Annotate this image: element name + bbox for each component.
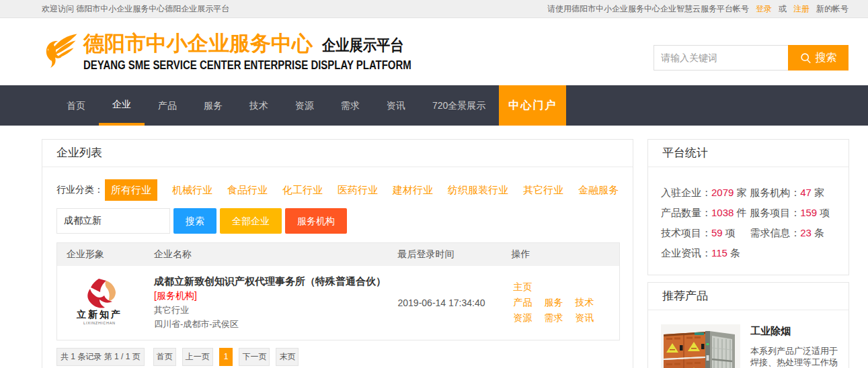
nav-item-technology[interactable]: 技术 xyxy=(236,85,282,126)
op-services-link[interactable]: 服务 xyxy=(545,295,563,310)
header: 德阳市中小企业服务中心 企业展示平台 DEYANG SME SERVICE CE… xyxy=(0,18,868,85)
header-search: 搜索 xyxy=(654,45,849,71)
table-header: 企业形象 企业名称 最后登录时间 操作 xyxy=(57,243,619,266)
company-logo-image: 立新知产 LIXINZHICHAN xyxy=(75,278,137,328)
company-search-row: 搜索 全部企业 服务机构 xyxy=(56,208,619,234)
col-header-name: 企业名称 xyxy=(145,248,389,261)
new-account-text: 新的帐号 xyxy=(816,3,849,15)
nav-item-products[interactable]: 产品 xyxy=(145,85,190,126)
site-title-english: DEYANG SME SERVICE CENTER ENTERPRISE DIS… xyxy=(83,58,411,73)
col-header-last-login: 最后登录时间 xyxy=(389,248,502,261)
stat-tech-projects-count: 59 xyxy=(711,227,723,238)
nav-item-720-panorama[interactable]: 720全景展示 xyxy=(419,85,499,126)
filter-building-materials[interactable]: 建材行业 xyxy=(393,184,433,197)
company-table: 企业形象 企业名称 最后登录时间 操作 xyxy=(56,242,620,340)
last-login-time: 2019-06-14 17:34:40 xyxy=(398,297,485,308)
site-logo: 德阳市中小企业服务中心 企业展示平台 DEYANG SME SERVICE CE… xyxy=(42,30,467,73)
op-homepage-link[interactable]: 主页 xyxy=(514,279,532,295)
account-hint: 请使用德阳市中小企业服务中心企业智慧云服务平台帐号 xyxy=(547,3,749,15)
enterprise-list-panel: 企业列表 行业分类： 所有行业 机械行业 食品行业 化工行业 医药行业 建材行业… xyxy=(42,139,633,368)
operation-links: 主页 产品 服务 技术 资源 需求 资讯 xyxy=(514,279,594,326)
main-nav: 首页 企业 产品 服务 技术 资源 需求 资讯 720全景展示 中心门户 xyxy=(0,85,868,126)
nav-item-news[interactable]: 资讯 xyxy=(373,85,419,126)
sidebar: 平台统计 入驻企业：2079 家 服务机构：47 家 产品数量：1038 件 服… xyxy=(647,139,849,368)
stat-products-count: 1038 xyxy=(711,207,734,218)
stat-companies-count: 2079 xyxy=(711,187,734,198)
topbar: 欢迎访问 德阳市中小企业服务中心德阳企业展示平台 请使用德阳市中小企业服务中心企… xyxy=(0,0,868,18)
company-region: 四川省-成都市-武侯区 xyxy=(154,317,389,331)
nav-item-services[interactable]: 服务 xyxy=(190,85,236,126)
col-header-logo: 企业形象 xyxy=(57,248,145,261)
nav-item-center-portal[interactable]: 中心门户 xyxy=(499,85,566,126)
search-button[interactable]: 搜索 xyxy=(173,208,216,234)
table-row: 立新知产 LIXINZHICHAN 成都立新致创知识产权代理事务所（特殊普通合伙… xyxy=(57,266,619,340)
stat-service-projects-count: 159 xyxy=(800,207,817,218)
pagination: 共 1 条记录 第 1 / 1 页 首页 上一页 1 下一页 末页 xyxy=(56,348,619,366)
op-news-link[interactable]: 资讯 xyxy=(576,310,594,326)
filter-medicine[interactable]: 医药行业 xyxy=(338,184,378,197)
platform-stats-title: 平台统计 xyxy=(648,140,849,167)
stats-row: 入驻企业：2079 家 服务机构：47 家 xyxy=(661,183,836,203)
col-header-operations: 操作 xyxy=(502,248,619,261)
product-image[interactable] xyxy=(661,324,740,368)
nav-item-enterprise[interactable]: 企业 xyxy=(99,85,145,126)
op-demands-link[interactable]: 需求 xyxy=(545,310,563,326)
company-search-input[interactable] xyxy=(56,208,170,234)
stat-demands-count: 23 xyxy=(800,227,812,238)
filter-other[interactable]: 其它行业 xyxy=(523,184,563,197)
op-technology-link[interactable]: 技术 xyxy=(576,295,594,310)
filter-machinery[interactable]: 机械行业 xyxy=(172,184,212,197)
welcome-text: 欢迎访问 德阳市中小企业服务中心德阳企业展示平台 xyxy=(42,3,229,15)
pagination-page-1[interactable]: 1 xyxy=(219,348,233,366)
pagination-summary: 共 1 条记录 第 1 / 1 页 xyxy=(56,348,145,366)
pagination-first[interactable]: 首页 xyxy=(153,348,176,366)
stats-row: 技术项目：59 项 需求信息：23 条 xyxy=(661,223,836,243)
stats-row: 企业资讯：115 条 xyxy=(661,243,836,263)
nav-item-resources[interactable]: 资源 xyxy=(282,85,327,126)
stats-row: 产品数量：1038 件 服务项目：159 项 xyxy=(661,203,836,223)
company-industry: 其它行业 xyxy=(154,303,389,317)
filter-all-industries[interactable]: 所有行业 xyxy=(105,179,157,201)
op-resources-link[interactable]: 资源 xyxy=(514,310,532,326)
phoenix-logo-icon xyxy=(44,34,77,68)
nav-item-home[interactable]: 首页 xyxy=(53,85,99,126)
stat-service-orgs-count: 47 xyxy=(800,187,812,198)
product-name[interactable]: 工业除烟 xyxy=(750,325,838,336)
company-tag: [服务机构] xyxy=(154,289,389,303)
platform-stats-panel: 平台统计 入驻企业：2079 家 服务机构：47 家 产品数量：1038 件 服… xyxy=(647,139,849,275)
filter-finance[interactable]: 金融服务 xyxy=(578,184,619,197)
search-icon xyxy=(800,52,812,64)
site-subtitle-chinese: 企业展示平台 xyxy=(322,35,403,56)
svg-text:立新知产: 立新知产 xyxy=(76,309,122,320)
nav-item-demands[interactable]: 需求 xyxy=(327,85,373,126)
enterprise-list-title: 企业列表 xyxy=(42,140,633,167)
filter-textile[interactable]: 纺织服装行业 xyxy=(448,184,508,197)
login-link[interactable]: 登录 xyxy=(756,3,772,15)
svg-text:LIXINZHICHAN: LIXINZHICHAN xyxy=(83,321,116,325)
filter-food[interactable]: 食品行业 xyxy=(227,184,268,197)
company-logo[interactable]: 立新知产 LIXINZHICHAN xyxy=(57,278,145,328)
filter-chemical[interactable]: 化工行业 xyxy=(282,184,323,197)
all-companies-button[interactable]: 全部企业 xyxy=(220,208,282,234)
stat-news-count: 115 xyxy=(711,247,727,259)
product-description: 本系列产品广泛适用于焊接、热处理等工作场 xyxy=(750,345,838,368)
or-text: 或 xyxy=(779,3,787,15)
site-title-chinese: 德阳市中小企业服务中心 xyxy=(83,30,313,58)
recommended-products-panel: 推荐产品 xyxy=(647,282,849,368)
company-name[interactable]: 成都立新致创知识产权代理事务所（特殊普通合伙） xyxy=(154,274,389,288)
pagination-next[interactable]: 下一页 xyxy=(239,348,270,366)
filter-label: 行业分类： xyxy=(56,184,104,196)
industry-filter-row: 行业分类： 所有行业 机械行业 食品行业 化工行业 医药行业 建材行业 纺织服装… xyxy=(56,179,619,201)
register-link[interactable]: 注册 xyxy=(793,3,810,15)
op-products-link[interactable]: 产品 xyxy=(514,295,532,310)
header-search-button[interactable]: 搜索 xyxy=(788,45,849,71)
header-search-input[interactable] xyxy=(654,45,788,71)
recommended-products-title: 推荐产品 xyxy=(648,283,849,310)
pagination-last[interactable]: 末页 xyxy=(276,348,299,366)
pagination-prev[interactable]: 上一页 xyxy=(182,348,213,366)
service-org-button[interactable]: 服务机构 xyxy=(285,208,347,234)
